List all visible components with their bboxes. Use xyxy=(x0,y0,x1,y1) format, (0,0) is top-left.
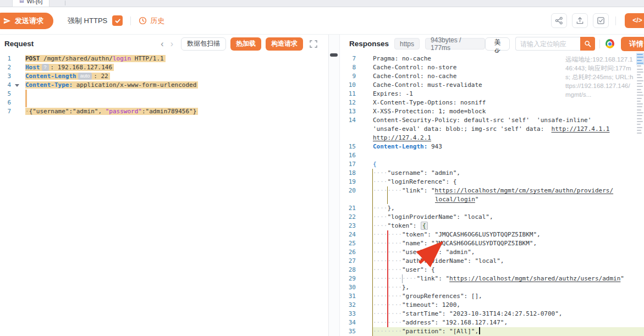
panel-splitter[interactable] xyxy=(329,35,340,336)
history-label: 历史 xyxy=(150,16,164,26)
code-line: 35········"partition": "[All]", xyxy=(340,327,644,336)
force-https-toggle[interactable]: 强制 HTTPS xyxy=(68,15,123,26)
code-line: 4Content-Type: application/x-www-form-ur… xyxy=(0,81,328,90)
request-panel: Request ‹ › 数据包扫描 热加载 构造请求 1POST /mgmt/s… xyxy=(0,35,329,336)
divider xyxy=(615,16,616,25)
force-https-checkbox[interactable] xyxy=(112,15,123,26)
code-line: 24········"token": "JMQCASH6OG6LUSYDTQQP… xyxy=(340,230,644,239)
tab-bar: ▤ Wi-[6] xyxy=(0,0,644,7)
beautify-button[interactable]: 美化 xyxy=(485,37,510,51)
code-line: 20········"link": "https://localhost/mgm… xyxy=(340,186,644,195)
code-wrap-line: http://127.4.2.1 xyxy=(340,134,644,142)
search-button[interactable] xyxy=(580,37,595,51)
response-panel: Responses https 943bytes / 177ms 美化 详情 xyxy=(340,35,644,336)
code-line: 17{ xyxy=(340,160,644,169)
response-search xyxy=(515,37,595,51)
chevron-left-icon[interactable]: ‹ xyxy=(157,40,167,48)
main-split: Request ‹ › 数据包扫描 热加载 构造请求 1POST /mgmt/s… xyxy=(0,35,644,336)
code-line: 1POST /mgmt/shared/authn/login HTTP/1.1 xyxy=(0,54,328,63)
hot-reload-button[interactable]: 热加载 xyxy=(230,37,261,51)
response-editor[interactable]: 远端地址:192.168.127.146:443; 响应时间:177ms; 总耗… xyxy=(340,53,644,336)
search-input[interactable] xyxy=(515,37,580,51)
history-button[interactable]: 历史 xyxy=(139,16,164,26)
code-line: 12X-Content-Type-Options: nosniff xyxy=(340,98,644,107)
check-icon xyxy=(114,18,121,24)
share-icon xyxy=(555,16,563,25)
export-button[interactable] xyxy=(572,13,588,28)
code-line: 22····"loginProviderName": "local", xyxy=(340,213,644,222)
edit-check-button[interactable] xyxy=(593,13,609,28)
code-line: 26········"userName": "admin", xyxy=(340,248,644,257)
compose-request-button[interactable]: 构造请求 xyxy=(266,37,303,51)
code-line: 13X-XSS-Protection: 1; mode=block xyxy=(340,107,644,116)
request-editor[interactable]: 1POST /mgmt/shared/authn/login HTTP/1.12… xyxy=(0,53,328,336)
code-line: 14Content-Security-Policy: default-src '… xyxy=(340,116,644,125)
clock-icon xyxy=(139,16,147,25)
chevron-right-icon[interactable]: › xyxy=(167,40,177,48)
code-line: 23····"token": { xyxy=(340,222,644,230)
code-line: 33········"startTime": "2023-10-31T14:24… xyxy=(340,310,644,318)
stats-badge: 943bytes / 177ms xyxy=(425,38,485,49)
document-icon: ▤ xyxy=(19,0,24,3)
code-line: 6 xyxy=(0,98,328,107)
code-wrap-line: 'unsafe-eval' data: blob:; img-src 'self… xyxy=(340,125,644,134)
code-line: 30········}, xyxy=(340,283,644,292)
response-header: Responses https 943bytes / 177ms 美化 详情 xyxy=(340,35,644,53)
divider xyxy=(130,16,131,25)
fullscreen-icon[interactable] xyxy=(310,40,317,48)
code-line: 29············"link": "https://localhost… xyxy=(340,274,644,283)
chrome-icon[interactable] xyxy=(606,39,614,48)
packet-scan-button[interactable]: 数据包扫描 xyxy=(181,37,226,51)
code-line: 18····"username": "admin", xyxy=(340,169,644,178)
force-https-label: 强制 HTTPS xyxy=(68,16,107,26)
protocol-badge: https xyxy=(394,38,420,49)
generate-code-button[interactable]: </> 生 xyxy=(625,13,644,28)
code-line: 34········"address": "192.168.127.147", xyxy=(340,318,644,327)
text-cursor xyxy=(479,327,480,334)
code-line: 5 xyxy=(0,90,328,98)
compose-icon xyxy=(597,16,605,25)
connection-info-overlay: 远端地址:192.168.127.146:443; 响应时间:177ms; 总耗… xyxy=(565,55,635,99)
code-generate-label: </> 生 xyxy=(632,16,644,25)
toolbar: 发送请求 强制 HTTPS 历史 </> 生 xyxy=(0,7,644,35)
code-line: 28········"user": { xyxy=(340,266,644,274)
code-line: 27········"authProviderName": "local", xyxy=(340,257,644,266)
code-line: 21····}, xyxy=(340,204,644,213)
tab-request[interactable]: ▤ Wi-[6] xyxy=(12,0,49,7)
tab-label: Wi-[6] xyxy=(27,0,43,4)
code-line: 16 xyxy=(340,151,644,160)
code-line: 3Content-Lengthauto: 22 xyxy=(0,72,328,81)
request-panel-title: Request xyxy=(4,40,34,48)
share-button[interactable] xyxy=(551,13,567,28)
code-wrap-line: local/login" xyxy=(340,195,644,204)
fold-chevron-icon[interactable] xyxy=(15,84,19,87)
export-icon xyxy=(576,16,584,25)
code-line: 7·{"username":"admin", "password":"admin… xyxy=(0,107,328,116)
divider xyxy=(599,40,600,48)
magnifier-icon xyxy=(584,40,591,47)
response-panel-title: Responses xyxy=(349,40,389,48)
code-line: 31········"groupReferences": [], xyxy=(340,292,644,301)
paper-plane-icon xyxy=(3,17,11,25)
code-line: 15Content-Length: 943 xyxy=(340,142,644,151)
code-line: 19····"loginReference": { xyxy=(340,178,644,186)
minimap[interactable] xyxy=(636,53,644,146)
details-button[interactable]: 详情 xyxy=(621,37,644,51)
code-line: 25········"name": "JMQCASH6OG6LUSYDTQQPZ… xyxy=(340,239,644,248)
tab-separator xyxy=(65,1,65,5)
request-header: Request ‹ › 数据包扫描 热加载 构造请求 xyxy=(0,35,328,53)
code-line: 32········"timeout": 1200, xyxy=(340,301,644,310)
send-request-button[interactable]: 发送请求 xyxy=(0,13,53,29)
scrollbar-thumb[interactable] xyxy=(330,53,338,57)
code-line: 2Host?: 192.168.127.146 xyxy=(0,63,328,72)
